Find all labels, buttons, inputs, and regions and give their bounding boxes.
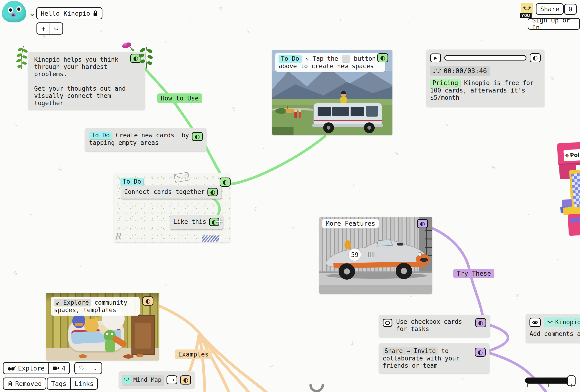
car-number: 59	[351, 251, 358, 258]
card-connector-button[interactable]: ◐	[475, 348, 486, 357]
space-name-button[interactable]: Hello Kinopio	[36, 7, 102, 19]
space-name: Hello Kinopio	[41, 10, 90, 17]
comment-text: Add comments and	[530, 330, 580, 338]
connection-label-try-these[interactable]: Try These	[453, 269, 494, 278]
heart-icon: ♡	[79, 364, 85, 372]
new-space-button[interactable]: +	[37, 23, 50, 34]
tags-links-toolbar: Tags Links	[47, 378, 98, 390]
card-new-spaces[interactable]: To Do ↖ Tap the + button above to create…	[272, 50, 392, 135]
checkbox-icon[interactable]	[383, 319, 392, 327]
open-space-button[interactable]: →	[166, 375, 177, 384]
trash-icon	[7, 381, 12, 387]
card-connector-button[interactable]: ◐	[475, 318, 486, 327]
user-face-icon	[547, 321, 553, 324]
card-intro[interactable]: Kinopio helps you think through your har…	[28, 52, 145, 110]
slider-tick	[548, 384, 549, 387]
chevron-down-icon[interactable]: ⌄	[29, 9, 35, 18]
card-connect-group[interactable]: To Do Connect cards together ◐ Like this…	[114, 173, 230, 242]
connection-label-examples[interactable]: Examples	[175, 349, 212, 359]
play-button[interactable]: ▶	[430, 54, 441, 62]
chevron-down-icon: ⌄	[93, 365, 98, 372]
lock-icon	[93, 10, 98, 16]
card-text: ↖ Tap the	[305, 55, 338, 62]
space-link-pill[interactable]: Mind Map	[122, 375, 164, 385]
tag-todo[interactable]: To Do	[121, 178, 143, 186]
you-badge: YOU	[520, 13, 532, 18]
card-comment[interactable]: Kinopio Add comments and	[526, 314, 580, 343]
card-connector-button[interactable]: ◐	[417, 219, 428, 228]
intro-paragraph-2: Get your thoughts out and visually conne…	[34, 85, 139, 107]
card-connector-button[interactable]: ◐	[530, 53, 541, 62]
card-connect-cards[interactable]: Connect cards together ◐	[121, 186, 221, 198]
card-text: Connect cards together	[124, 188, 205, 196]
favorite-button[interactable]: ♡	[75, 363, 89, 374]
cursor-plus-icon: +	[215, 216, 224, 226]
plus-key: +	[342, 55, 350, 62]
polaroid-base	[568, 213, 580, 236]
card-more-features[interactable]: 59 More Features ◐	[319, 217, 432, 294]
card-connector-button[interactable]: ◐	[207, 188, 218, 196]
card-connector-button[interactable]: ◐	[143, 296, 153, 305]
tag-todo[interactable]: To Do	[89, 131, 112, 139]
favorites-toolbar: ♡ ⌄	[74, 362, 102, 374]
card-text: Like this	[173, 218, 206, 225]
connection-examples-4	[199, 333, 266, 392]
share-invite-link[interactable]: Share → Invite	[383, 347, 437, 355]
card-audio-pricing[interactable]: ▶ ◐ ♪♪ 00:00/03:46 Pricing Kinopio is fr…	[426, 50, 545, 107]
vine-decoration	[138, 46, 155, 70]
card-mind-map[interactable]: Mind Map → ◐	[119, 372, 195, 388]
links-button[interactable]: Links	[70, 378, 97, 389]
notifications-button[interactable]: 0	[564, 4, 577, 15]
scribble-doodle	[202, 235, 219, 242]
card-connector-button[interactable]: ◐	[220, 178, 231, 187]
intro-paragraph-1: Kinopio helps you think through your har…	[34, 56, 139, 78]
card-checkbox[interactable]: Use checkbox cards for tasks ◐	[379, 315, 490, 337]
glasses-icon	[7, 365, 16, 371]
card-connector-button[interactable]: ◐	[180, 375, 191, 385]
favorites-dropdown-button[interactable]: ⌄	[89, 363, 102, 374]
tags-button[interactable]: Tags	[47, 378, 70, 389]
explore-card-text: ↙ Explore community spaces, templates	[51, 297, 140, 316]
card-connector-button[interactable]: ◐	[192, 132, 203, 141]
card-title: More Features	[322, 219, 379, 228]
polaroid-logo-diamond	[565, 153, 569, 157]
van-card-text: To Do ↖ Tap the + button above to create…	[275, 53, 385, 72]
card-share-invite[interactable]: Share → Invite to collaborate with your …	[379, 343, 489, 373]
share-button[interactable]: Share	[536, 3, 564, 15]
card-explore[interactable]: ↙ Explore community spaces, templates ◐	[46, 293, 159, 361]
kinopio-canvas[interactable]: ⌄ Hello Kinopio + YOU Share 0 Sign Up or…	[0, 0, 580, 392]
add-search-toolbar: +	[36, 22, 63, 35]
signup-button[interactable]: Sign Up or In	[528, 18, 580, 30]
search-button[interactable]	[50, 23, 62, 34]
card-connector-button[interactable]: ◐ +	[209, 218, 219, 226]
live-spaces-button[interactable]: 4	[48, 363, 69, 374]
visibility-button[interactable]	[530, 318, 541, 327]
leaf-vine-decoration	[14, 45, 31, 71]
connection-label-how-to-use[interactable]: How to Use	[157, 94, 202, 103]
removed-button[interactable]: Removed	[3, 378, 46, 390]
card-connector-button[interactable]: ◐	[377, 53, 388, 62]
explore-link[interactable]: ↙ Explore	[54, 299, 91, 306]
tag-pricing[interactable]: Pricing	[430, 79, 460, 87]
video-icon	[53, 366, 59, 371]
audio-progress-bar[interactable]	[444, 55, 526, 61]
avatar-eye	[8, 7, 13, 13]
connection-van-to-group	[225, 136, 325, 184]
loading-spinner	[308, 379, 325, 392]
explore-toolbar: Explore 4	[3, 362, 70, 374]
audio-time: ♪♪ 00:00/03:46	[430, 66, 490, 76]
live-count: 4	[62, 365, 65, 372]
search-icon	[54, 26, 59, 31]
card-create-cards[interactable]: To Do Create new cards by tapping empty …	[85, 128, 206, 151]
zoom-slider[interactable]	[525, 378, 574, 384]
connection-create-to-group	[204, 143, 223, 178]
slider-tick	[571, 384, 572, 387]
polaroid-label: Polar	[570, 151, 580, 158]
space-face-icon	[123, 376, 131, 384]
user-pill[interactable]: Kinopio	[544, 317, 580, 327]
card-like-this[interactable]: Like this ◐ +	[170, 215, 223, 229]
explore-button[interactable]: Explore	[3, 363, 48, 374]
polaroid-top: Polar	[557, 142, 580, 166]
eye-icon	[532, 320, 538, 325]
tag-todo[interactable]: To Do	[279, 55, 301, 63]
